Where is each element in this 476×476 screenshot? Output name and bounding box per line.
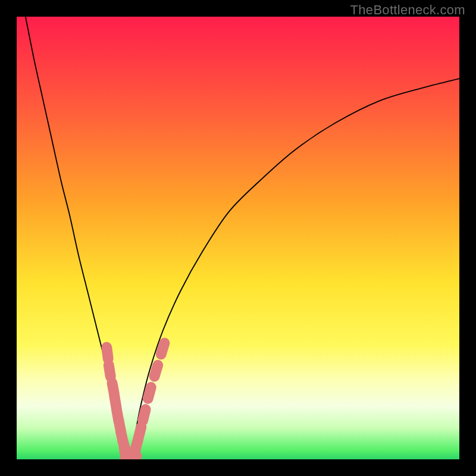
marker-point <box>143 409 146 421</box>
marker-point <box>109 365 111 377</box>
marker-point <box>138 427 141 439</box>
marker-point <box>148 387 151 399</box>
marker-point <box>161 343 165 355</box>
watermark-text: TheBottleneck.com <box>350 2 465 18</box>
plot-area <box>17 17 459 459</box>
marker-point <box>107 347 108 359</box>
marker-point <box>155 365 158 377</box>
markers <box>17 17 459 459</box>
stage: TheBottleneck.com <box>0 0 476 476</box>
